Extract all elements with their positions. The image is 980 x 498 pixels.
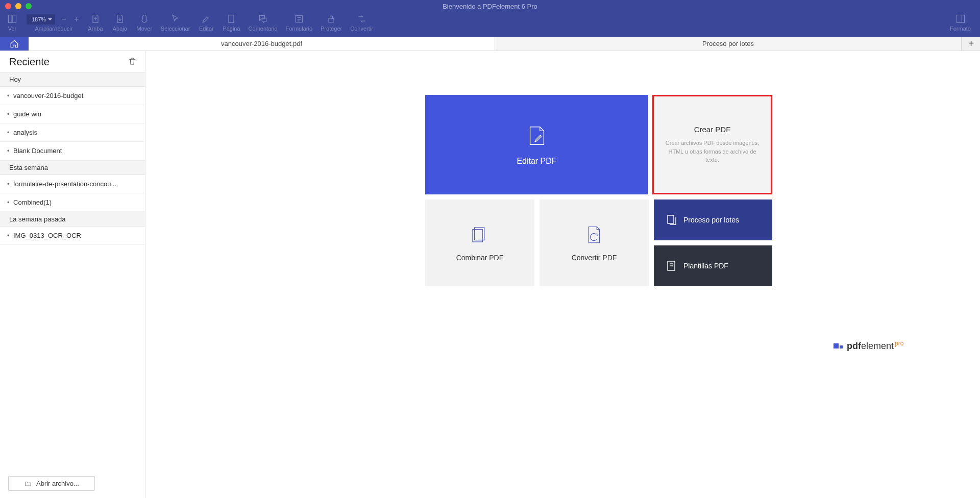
recent-item[interactable]: guide win bbox=[0, 105, 145, 123]
page-button[interactable]: Página bbox=[218, 13, 244, 32]
minimize-window-button[interactable] bbox=[15, 3, 21, 9]
brand-icon bbox=[834, 343, 843, 348]
comment-button[interactable]: Comentario bbox=[244, 13, 282, 32]
form-button[interactable]: Formulario bbox=[281, 13, 316, 32]
create-pdf-title: Crear PDF bbox=[694, 125, 731, 134]
svg-rect-4 bbox=[329, 18, 334, 22]
body: Reciente Hoy vancouver-2016-budget guide… bbox=[0, 51, 980, 498]
open-file-button[interactable]: Abrir archivo... bbox=[8, 476, 95, 491]
move-button[interactable]: Mover bbox=[132, 13, 157, 32]
up-button[interactable]: Arriba bbox=[83, 13, 108, 32]
section-week: Esta semana bbox=[0, 160, 145, 175]
select-button[interactable]: Seleccionar bbox=[157, 13, 194, 32]
recent-item[interactable]: formulaire-de-prsentation-concou... bbox=[0, 175, 145, 193]
svg-rect-1 bbox=[13, 15, 16, 23]
create-pdf-desc: Crear archivos PDF desde imágenes, HTML … bbox=[663, 139, 762, 164]
convert-button[interactable]: Convertir bbox=[346, 13, 377, 32]
batch-process-tile[interactable]: Proceso por lotes bbox=[654, 200, 772, 240]
batch-tab[interactable]: Proceso por lotes bbox=[495, 37, 962, 51]
titlebar: Bienvenido a PDFelement 6 Pro bbox=[0, 0, 980, 12]
create-pdf-tile[interactable]: Crear PDF Crear archivos PDF desde imáge… bbox=[652, 95, 772, 194]
tabstrip: vancouver-2016-budget.pdf Proceso por lo… bbox=[0, 37, 980, 51]
home-tab[interactable] bbox=[0, 37, 29, 51]
zoom-window-button[interactable] bbox=[26, 3, 32, 9]
recent-item[interactable]: vancouver-2016-budget bbox=[0, 87, 145, 105]
templates-tile[interactable]: Plantillas PDF bbox=[654, 245, 772, 286]
svg-rect-2 bbox=[229, 15, 234, 23]
brand-logo: pdfelementpro bbox=[834, 340, 903, 352]
document-tab[interactable]: vancouver-2016-budget.pdf bbox=[29, 37, 495, 51]
recent-sidebar: Reciente Hoy vancouver-2016-budget guide… bbox=[0, 51, 145, 498]
main-toolbar: Ver 187% − + Ampliar/reducir Arriba Abaj… bbox=[0, 12, 980, 37]
protect-button[interactable]: Proteger bbox=[316, 13, 346, 32]
section-today: Hoy bbox=[0, 72, 145, 87]
recent-item[interactable]: Blank Document bbox=[0, 142, 145, 160]
zoom-out-button[interactable]: − bbox=[57, 15, 70, 24]
new-tab-button[interactable]: + bbox=[962, 37, 980, 51]
svg-rect-0 bbox=[9, 15, 12, 23]
zoom-in-button[interactable]: + bbox=[70, 15, 83, 24]
combine-pdf-tile[interactable]: Combinar PDF bbox=[425, 200, 534, 286]
down-button[interactable]: Abajo bbox=[108, 13, 132, 32]
edit-button[interactable]: Editar bbox=[194, 13, 218, 32]
format-panel-button[interactable]: Formato bbox=[946, 13, 975, 32]
edit-pdf-tile[interactable]: Editar PDF bbox=[425, 95, 648, 194]
svg-rect-9 bbox=[668, 215, 674, 223]
zoom-level-dropdown[interactable]: 187% bbox=[27, 14, 55, 24]
window-title: Bienvenido a PDFelement 6 Pro bbox=[0, 3, 980, 10]
welcome-panel: Editar PDF Crear PDF Crear archivos PDF … bbox=[145, 51, 980, 498]
window-controls bbox=[5, 3, 32, 9]
recent-item[interactable]: analysis bbox=[0, 123, 145, 142]
zoom-label: Ampliar/reducir bbox=[35, 26, 72, 32]
convert-pdf-tile[interactable]: Convertir PDF bbox=[540, 200, 649, 286]
view-button[interactable]: Ver bbox=[0, 13, 24, 32]
recent-item[interactable]: IMG_0313_OCR_OCR bbox=[0, 227, 145, 245]
recent-item[interactable]: Combined(1) bbox=[0, 193, 145, 212]
close-window-button[interactable] bbox=[5, 3, 11, 9]
view-label: Ver bbox=[8, 26, 17, 32]
section-last-week: La semana pasada bbox=[0, 212, 145, 227]
clear-recent-button[interactable] bbox=[128, 57, 137, 68]
svg-rect-5 bbox=[957, 15, 964, 23]
sidebar-title: Reciente bbox=[9, 56, 50, 68]
edit-pdf-label: Editar PDF bbox=[517, 157, 556, 166]
